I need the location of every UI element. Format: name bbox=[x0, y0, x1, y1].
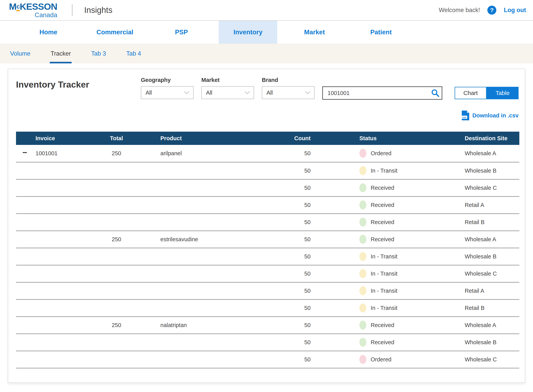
col-invoice: Invoice bbox=[33, 132, 92, 145]
tab-commercial[interactable]: Commercial bbox=[86, 21, 144, 44]
status-label: Ordered bbox=[371, 150, 391, 157]
total-cell bbox=[92, 334, 141, 351]
subtab-tab4[interactable]: Tab 4 bbox=[126, 44, 142, 63]
subtab-tab3[interactable]: Tab 3 bbox=[90, 44, 107, 63]
status-dot bbox=[359, 235, 366, 244]
status-cell: In - Transit bbox=[320, 248, 455, 265]
top-header: McKESSON Canada Insights Welcome back! ?… bbox=[0, 0, 533, 21]
brand-label: Brand bbox=[262, 77, 314, 83]
status-dot bbox=[359, 149, 366, 158]
status-cell: In - Transit bbox=[320, 299, 455, 317]
table-row: − 1001001 250 arilpanel 50 Ordered Whole… bbox=[16, 145, 519, 162]
status-label: Received bbox=[371, 322, 394, 328]
status-dot bbox=[359, 338, 366, 347]
status-cell: In - Transit bbox=[320, 162, 455, 179]
total-cell: 250 bbox=[92, 231, 141, 248]
total-cell bbox=[92, 299, 141, 317]
logo-orange-underline: c bbox=[16, 3, 20, 11]
total-cell bbox=[92, 282, 141, 299]
chevron-down-icon bbox=[184, 91, 190, 95]
destination-cell: Retail B bbox=[455, 299, 519, 317]
table-row: 50 In - Transit Retail B bbox=[16, 299, 519, 317]
total-cell bbox=[92, 196, 141, 214]
invoice-cell bbox=[33, 214, 92, 231]
chart-toggle-button[interactable]: Chart bbox=[455, 87, 486, 99]
product-cell bbox=[141, 351, 277, 368]
download-csv-link[interactable]: csv Download in .csv bbox=[461, 111, 519, 120]
mckesson-logo[interactable]: McKESSON Canada bbox=[9, 2, 57, 19]
status-label: In - Transit bbox=[371, 271, 397, 277]
tab-home[interactable]: Home bbox=[19, 21, 78, 44]
status-dot bbox=[359, 286, 366, 295]
subtab-volume[interactable]: Volume bbox=[9, 44, 31, 63]
destination-cell: Retail B bbox=[455, 214, 519, 231]
status-cell: Received bbox=[320, 231, 455, 248]
chevron-down-icon bbox=[244, 91, 250, 95]
tab-inventory[interactable]: Inventory bbox=[219, 21, 277, 44]
table-row: 250 nalatriptan 50 Received Wholesale A bbox=[16, 317, 519, 334]
col-expander bbox=[16, 132, 33, 145]
count-cell: 50 bbox=[277, 214, 320, 231]
count-cell: 50 bbox=[277, 317, 320, 334]
logout-link[interactable]: Log out bbox=[504, 7, 526, 14]
status-dot bbox=[359, 303, 366, 313]
status-label: In - Transit bbox=[371, 168, 397, 174]
product-cell bbox=[141, 248, 277, 265]
subtab-tracker[interactable]: Tracker bbox=[50, 44, 72, 63]
table-header-row: Invoice Total Product Count Status Desti… bbox=[16, 132, 519, 145]
welcome-text: Welcome back! bbox=[439, 7, 480, 14]
status-cell: Received bbox=[320, 179, 455, 196]
total-cell: 250 bbox=[92, 145, 141, 162]
tab-market[interactable]: Market bbox=[285, 21, 344, 44]
market-select[interactable]: All bbox=[201, 86, 254, 99]
chevron-down-icon bbox=[305, 91, 311, 95]
status-cell: In - Transit bbox=[320, 282, 455, 299]
geography-select[interactable]: All bbox=[141, 86, 194, 99]
search-icon bbox=[431, 89, 439, 97]
destination-cell: Wholesale B bbox=[455, 162, 519, 179]
table-toggle-button[interactable]: Table bbox=[486, 87, 519, 99]
product-cell bbox=[141, 299, 277, 317]
brand-select[interactable]: All bbox=[262, 86, 314, 99]
search-button[interactable] bbox=[431, 89, 439, 97]
search-input[interactable] bbox=[322, 86, 442, 100]
tab-psp[interactable]: PSP bbox=[152, 21, 211, 44]
destination-cell: Wholesale C bbox=[455, 265, 519, 282]
invoice-cell bbox=[33, 299, 92, 317]
brand-filter: Brand All bbox=[262, 77, 314, 99]
count-cell: 50 bbox=[277, 196, 320, 214]
geography-label: Geography bbox=[141, 77, 194, 83]
destination-cell: Wholesale C bbox=[455, 351, 519, 368]
market-label: Market bbox=[201, 77, 254, 83]
destination-cell: Wholesale B bbox=[455, 334, 519, 351]
csv-file-icon: csv bbox=[461, 111, 469, 120]
header-divider bbox=[72, 4, 72, 16]
count-cell: 50 bbox=[277, 162, 320, 179]
product-cell bbox=[141, 162, 277, 179]
status-dot bbox=[359, 166, 366, 175]
product-cell bbox=[141, 334, 277, 351]
table-row: 250 estrilesavudine 50 Received Wholesal… bbox=[16, 231, 519, 248]
collapse-row-button[interactable]: − bbox=[23, 148, 27, 157]
logo-canada-text: Canada bbox=[35, 11, 57, 19]
tab-patient[interactable]: Patient bbox=[352, 21, 410, 44]
status-cell: Received bbox=[320, 214, 455, 231]
market-filter: Market All bbox=[201, 77, 254, 99]
chart-table-toggle: Chart Table bbox=[455, 87, 519, 99]
download-csv-label: Download in .csv bbox=[472, 112, 519, 119]
product-cell bbox=[141, 196, 277, 214]
inventory-table: Invoice Total Product Count Status Desti… bbox=[16, 132, 519, 369]
table-row: 50 In - Transit Wholesale B bbox=[16, 248, 519, 265]
main-nav: HomeCommercialPSPInventoryMarketPatient bbox=[0, 21, 533, 44]
status-cell: In - Transit bbox=[320, 265, 455, 282]
col-total: Total bbox=[92, 132, 141, 145]
destination-cell: Retail A bbox=[455, 196, 519, 214]
status-cell: Received bbox=[320, 196, 455, 214]
status-label: Received bbox=[371, 219, 394, 225]
status-label: In - Transit bbox=[371, 253, 397, 260]
count-cell: 50 bbox=[277, 334, 320, 351]
invoice-cell bbox=[33, 179, 92, 196]
product-cell bbox=[141, 282, 277, 299]
help-icon[interactable]: ? bbox=[487, 6, 496, 15]
status-label: In - Transit bbox=[371, 288, 397, 294]
